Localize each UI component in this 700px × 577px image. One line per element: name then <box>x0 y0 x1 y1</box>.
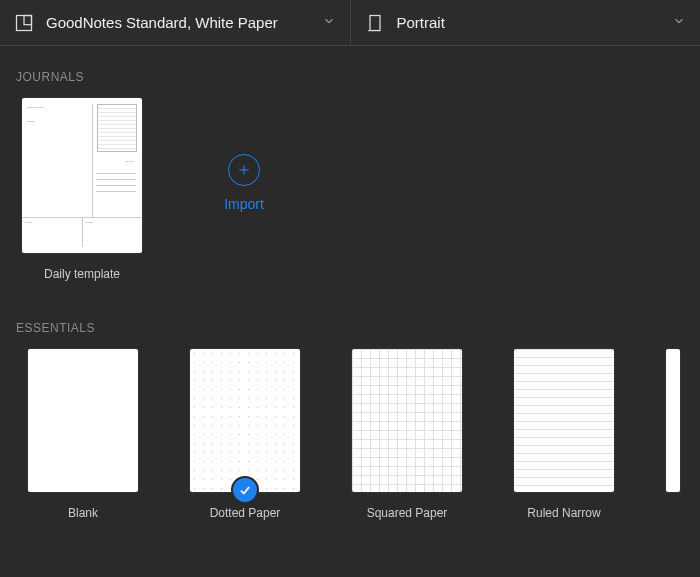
template-dotted[interactable]: Dotted Paper <box>190 349 300 520</box>
paper-type-dropdown[interactable]: GoodNotes Standard, White Paper <box>0 0 350 45</box>
template-thumbnail <box>28 349 138 492</box>
journals-heading: JOURNALS <box>0 46 700 98</box>
template-icon <box>14 13 34 33</box>
svg-rect-1 <box>24 15 32 24</box>
check-icon <box>238 483 252 497</box>
template-ruled-narrow[interactable]: Ruled Narrow <box>514 349 614 520</box>
svg-rect-2 <box>370 15 380 30</box>
template-thumbnail <box>666 349 680 492</box>
orientation-dropdown[interactable]: Portrait <box>350 0 701 45</box>
import-label: Import <box>224 196 264 212</box>
chevron-down-icon <box>322 14 336 31</box>
orientation-icon <box>365 13 385 33</box>
template-label: Squared Paper <box>367 506 448 520</box>
template-squared[interactable]: Squared Paper <box>352 349 462 520</box>
template-overflow[interactable] <box>666 349 680 520</box>
template-label: Daily template <box>44 267 120 281</box>
template-thumbnail: —— —— —— — — ———— <box>22 98 142 253</box>
template-label: Dotted Paper <box>210 506 281 520</box>
journals-row: —— —— —— — — ———— Daily template Import <box>0 98 700 281</box>
selected-badge <box>233 478 257 502</box>
top-bar: GoodNotes Standard, White Paper Portrait <box>0 0 700 46</box>
paper-type-label: GoodNotes Standard, White Paper <box>46 14 278 31</box>
plus-icon <box>228 154 260 186</box>
template-blank[interactable]: Blank <box>28 349 138 520</box>
orientation-label: Portrait <box>397 14 445 31</box>
template-thumbnail <box>352 349 462 492</box>
essentials-row: Blank Dotted Paper Squared Paper Ruled N… <box>0 349 700 520</box>
essentials-heading: ESSENTIALS <box>0 281 700 349</box>
chevron-down-icon <box>672 14 686 31</box>
template-thumbnail <box>514 349 614 492</box>
template-thumbnail <box>190 349 300 492</box>
template-daily[interactable]: —— —— —— — — ———— Daily template <box>22 98 142 281</box>
template-label: Ruled Narrow <box>527 506 600 520</box>
template-label: Blank <box>68 506 98 520</box>
import-button[interactable]: Import <box>184 98 304 268</box>
